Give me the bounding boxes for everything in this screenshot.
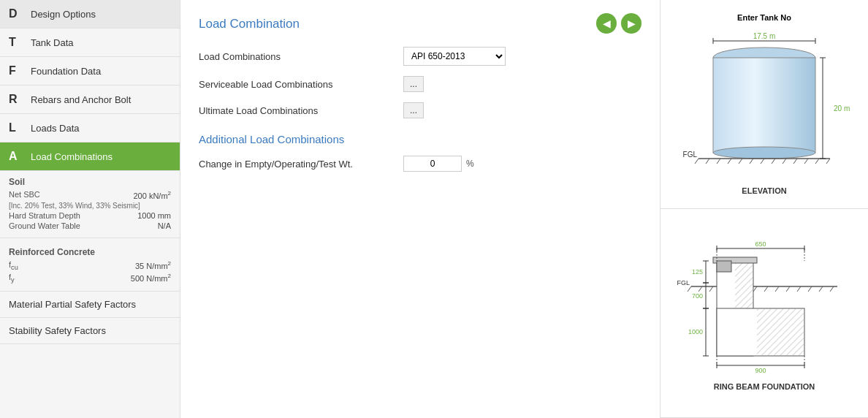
svg-line-29 (709, 286, 713, 292)
soil-title: Soil (9, 177, 171, 187)
sidebar-item-rebars[interactable]: R Rebars and Anchor Bolt (0, 86, 180, 114)
fy-row: fy 500 N/mm2 (9, 273, 171, 284)
hard-stratum-label: Hard Stratum Depth (9, 211, 80, 220)
right-panel: Enter Tank No 17.5 m (660, 0, 868, 418)
svg-text:650: 650 (755, 240, 766, 248)
svg-line-11 (728, 159, 731, 164)
svg-line-20 (826, 159, 830, 164)
svg-rect-46 (717, 261, 731, 272)
load-combinations-label: Load Combinations (199, 51, 403, 62)
soil-note: [Inc. 20% Test, 33% Wind, 33% Seismic] (9, 202, 171, 210)
elevation-svg: 17.5 m (677, 25, 852, 182)
svg-text:1000: 1000 (688, 328, 703, 335)
fy-value: 500 N/mm2 (131, 273, 171, 284)
sidebar-letter-t: T (9, 36, 25, 49)
soil-section: Soil Net SBC 200 kN/m2 [Inc. 20% Test, 3… (0, 171, 180, 238)
fcu-value: 35 N/mm2 (135, 260, 171, 271)
enter-tank-label: Enter Tank No (737, 13, 791, 22)
load-combinations-select[interactable]: API 650-2013 API 650-2007 Custom (403, 47, 506, 66)
ring-beam-caption: RING BEAM FOUNDATION (714, 382, 815, 391)
section-title: Load Combination (199, 17, 300, 31)
concrete-title: Reinforced Concrete (9, 247, 171, 257)
sidebar: D Design Options T Tank Data F Foundatio… (0, 0, 180, 418)
stability-factors-item[interactable]: Stability Safety Factors (0, 318, 180, 344)
svg-line-40 (830, 286, 834, 292)
change-weight-label: Change in Empty/Operating/Test Wt. (199, 159, 403, 170)
sidebar-item-tank[interactable]: T Tank Data (0, 28, 180, 57)
svg-line-27 (688, 286, 691, 292)
ultimate-row: Ultimate Load Combinations ... (199, 102, 642, 118)
sidebar-label-design: Design Options (31, 9, 96, 20)
svg-rect-72 (757, 308, 804, 356)
svg-line-17 (793, 159, 797, 164)
net-sbc-row: Net SBC 200 kN/m2 (9, 190, 171, 200)
material-factors-item[interactable]: Material Partial Safety Factors (0, 292, 180, 318)
sidebar-letter-l: L (9, 121, 25, 134)
svg-line-10 (717, 159, 720, 164)
material-factors-label: Material Partial Safety Factors (9, 299, 136, 310)
fy-label: fy (9, 273, 15, 284)
load-combinations-select-wrapper: API 650-2013 API 650-2007 Custom (403, 47, 506, 66)
sidebar-item-loads[interactable]: L Loads Data (0, 114, 180, 142)
svg-line-15 (772, 159, 775, 164)
sidebar-item-foundation[interactable]: F Foundation Data (0, 57, 180, 86)
additional-title: Additional Load Combinations (199, 133, 642, 145)
svg-text:700: 700 (692, 292, 703, 300)
prev-button[interactable]: ◀ (596, 13, 617, 34)
sidebar-item-loadcombinations[interactable]: A Load Combinations (0, 142, 180, 171)
sidebar-label-loads: Loads Data (31, 123, 80, 134)
svg-line-14 (761, 159, 764, 164)
net-sbc-label: Net SBC (9, 190, 40, 200)
sidebar-letter-r: R (9, 93, 25, 106)
svg-line-9 (706, 159, 709, 164)
load-combinations-row: Load Combinations API 650-2013 API 650-2… (199, 47, 642, 66)
svg-text:125: 125 (692, 268, 703, 276)
sidebar-letter-a: A (9, 150, 25, 163)
svg-line-35 (775, 286, 779, 292)
change-weight-unit: % (466, 159, 474, 169)
change-weight-row: Change in Empty/Operating/Test Wt. % (199, 156, 642, 172)
sidebar-item-design[interactable]: D Design Options (0, 0, 180, 28)
sidebar-letter-f: F (9, 64, 25, 77)
change-weight-input-group: % (403, 156, 474, 172)
serviceable-button[interactable]: ... (403, 76, 424, 92)
elevation-caption: ELEVATION (742, 186, 786, 195)
sidebar-label-rebars: Rebars and Anchor Bolt (31, 94, 131, 105)
serviceable-row: Serviceable Load Combinations ... (199, 76, 642, 92)
svg-line-37 (797, 286, 801, 292)
svg-line-13 (750, 159, 753, 164)
ground-water-value: N/A (158, 221, 171, 230)
elevation-diagram-box: Enter Tank No 17.5 m (660, 0, 868, 209)
nav-arrows: ◀ ▶ (596, 13, 642, 34)
net-sbc-value: 200 kN/m2 (133, 190, 171, 200)
ultimate-label: Ultimate Load Combinations (199, 105, 403, 116)
stability-factors-label: Stability Safety Factors (9, 325, 106, 336)
svg-text:900: 900 (755, 367, 766, 374)
svg-line-28 (698, 286, 702, 292)
svg-line-12 (739, 159, 742, 164)
svg-line-39 (819, 286, 823, 292)
fcu-row: fcu 35 N/mm2 (9, 260, 171, 271)
hard-stratum-value: 1000 mm (137, 211, 171, 220)
svg-line-16 (783, 159, 786, 164)
svg-line-18 (804, 159, 808, 164)
ground-water-row: Ground Water Table N/A (9, 221, 171, 230)
concrete-section: Reinforced Concrete fcu 35 N/mm2 fy 500 … (0, 238, 180, 292)
ultimate-button[interactable]: ... (403, 102, 424, 118)
sidebar-letter-d: D (9, 7, 25, 20)
svg-line-36 (786, 286, 790, 292)
next-button[interactable]: ▶ (621, 13, 642, 34)
svg-rect-5 (713, 58, 815, 153)
svg-text:FGL: FGL (683, 151, 698, 159)
sidebar-label-loadcombinations: Load Combinations (31, 151, 113, 162)
svg-text:20 m: 20 m (834, 104, 850, 113)
svg-point-6 (713, 147, 815, 159)
svg-line-33 (753, 286, 757, 292)
sidebar-label-foundation: Foundation Data (31, 66, 101, 77)
change-weight-input[interactable] (403, 156, 462, 172)
svg-line-38 (808, 286, 812, 292)
svg-line-19 (815, 159, 819, 164)
serviceable-label: Serviceable Load Combinations (199, 79, 403, 90)
svg-line-34 (764, 286, 768, 292)
main-content: Load Combination ◀ ▶ Load Combinations A… (180, 0, 660, 418)
